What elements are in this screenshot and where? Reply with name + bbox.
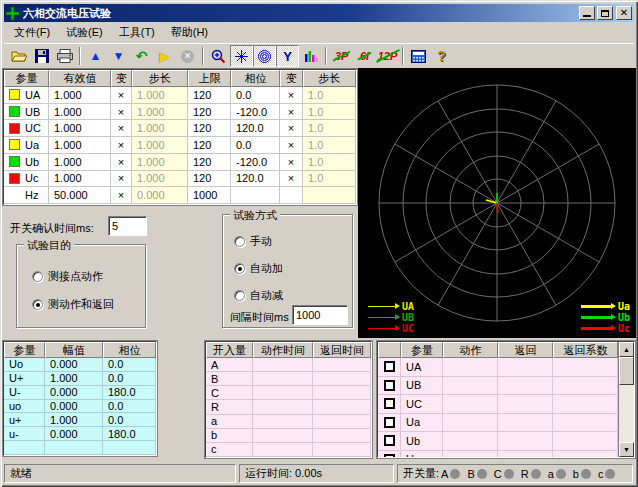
radio-icon[interactable] [234, 290, 245, 301]
limit-cell[interactable]: 120 [188, 154, 231, 171]
seq-amplitude[interactable] [45, 441, 103, 455]
seq-phase[interactable] [103, 441, 156, 455]
vary-cell[interactable]: × [280, 120, 303, 137]
vary-cell[interactable]: × [111, 137, 132, 154]
res-action[interactable] [443, 358, 498, 377]
column-header[interactable]: 返回 [498, 342, 553, 358]
phase-cell[interactable] [231, 187, 280, 204]
res-name[interactable]: Uc [401, 451, 443, 458]
scrollbar-track[interactable] [619, 385, 634, 442]
help-button[interactable]: ? [430, 45, 453, 67]
seq-name[interactable]: U+ [4, 372, 45, 386]
din-name[interactable]: c [206, 443, 253, 457]
mode-3p-button[interactable]: 3P [330, 45, 353, 67]
step-cell[interactable]: 1.0 [303, 87, 356, 104]
seq-phase[interactable]: 180.0 [103, 427, 156, 441]
column-header[interactable]: 有效值 [49, 70, 111, 87]
column-header[interactable]: 动作 [443, 342, 498, 358]
din-name[interactable]: a [206, 415, 253, 429]
seq-name[interactable]: uo [4, 400, 45, 414]
res-name[interactable]: Ua [401, 414, 443, 433]
value-cell[interactable]: 50.000 [49, 187, 111, 204]
vary-cell[interactable]: × [111, 154, 132, 171]
res-name[interactable]: UB [401, 377, 443, 396]
param-name-cell[interactable]: UA [4, 87, 49, 104]
din-name[interactable]: C [206, 386, 253, 400]
limit-cell[interactable]: 120 [188, 104, 231, 121]
lower-button[interactable]: ▼ [107, 45, 130, 67]
stop-button[interactable]: ✕ [176, 45, 199, 67]
column-header[interactable]: 步长 [303, 70, 356, 87]
phasor-view-button[interactable] [230, 45, 253, 67]
step-cell[interactable]: 1.000 [132, 154, 188, 171]
print-button[interactable] [53, 45, 76, 67]
scroll-up-icon[interactable]: ▲ [619, 342, 634, 357]
value-cell[interactable]: 1.000 [49, 120, 111, 137]
step-cell[interactable]: 1.0 [303, 137, 356, 154]
menu-help[interactable]: 帮助(H) [163, 23, 216, 42]
seq-amplitude[interactable]: 0.000 [45, 427, 103, 441]
step-cell[interactable]: 1.0 [303, 171, 356, 188]
select-cell[interactable] [378, 395, 401, 414]
res-return-coef[interactable] [553, 395, 618, 414]
din-action-time[interactable] [253, 443, 313, 457]
din-action-time[interactable] [253, 358, 313, 372]
radio-manual[interactable]: 手动 [234, 234, 272, 249]
radio-auto-increase[interactable]: 自动加 [234, 261, 283, 276]
seq-name[interactable]: u- [4, 427, 45, 441]
seq-phase[interactable]: 0.0 [103, 413, 156, 427]
vary-cell[interactable]: × [280, 137, 303, 154]
res-action[interactable] [443, 395, 498, 414]
checkbox-icon[interactable] [384, 454, 395, 457]
step-cell[interactable]: 1.000 [132, 137, 188, 154]
vertical-scrollbar[interactable]: ▲ ▼ [618, 342, 634, 457]
din-action-time[interactable] [253, 372, 313, 386]
res-return[interactable] [498, 395, 553, 414]
step-cell[interactable] [303, 187, 356, 204]
step-cell[interactable]: 1.0 [303, 104, 356, 121]
close-button[interactable]: ✕ [616, 6, 632, 20]
param-name-cell[interactable]: UB [4, 104, 49, 121]
res-return-coef[interactable] [553, 451, 618, 458]
column-header[interactable]: 变 [280, 70, 303, 87]
seq-phase[interactable]: 0.0 [103, 372, 156, 386]
scroll-down-icon[interactable]: ▼ [619, 442, 634, 457]
phase-cell[interactable]: 120.0 [231, 120, 280, 137]
column-header[interactable]: 参量 [4, 342, 45, 358]
radio-icon[interactable] [32, 299, 43, 310]
mode-6i-button[interactable]: 6I [353, 45, 376, 67]
column-header[interactable]: 返回时间 [313, 342, 371, 358]
step-cell[interactable]: 1.000 [132, 120, 188, 137]
res-return[interactable] [498, 451, 553, 458]
column-header[interactable] [378, 342, 401, 358]
checkbox-icon[interactable] [384, 417, 395, 428]
radio-auto-decrease[interactable]: 自动减 [234, 288, 283, 303]
din-name[interactable]: b [206, 429, 253, 443]
column-header[interactable]: 返回系数 [553, 342, 618, 358]
res-return-coef[interactable] [553, 432, 618, 451]
seq-amplitude[interactable]: 0.000 [45, 400, 103, 414]
column-header[interactable]: 参量 [4, 70, 49, 87]
vary-cell[interactable]: × [111, 171, 132, 188]
value-cell[interactable]: 1.000 [49, 104, 111, 121]
maximize-button[interactable] [597, 6, 613, 20]
radio-icon[interactable] [32, 271, 43, 282]
res-action[interactable] [443, 414, 498, 433]
phase-cell[interactable]: 120.0 [231, 171, 280, 188]
din-return-time[interactable] [313, 386, 371, 400]
minimize-button[interactable] [579, 6, 595, 20]
value-cell[interactable]: 1.000 [49, 154, 111, 171]
step-cell[interactable]: 1.000 [132, 87, 188, 104]
seq-phase[interactable]: 0.0 [103, 400, 156, 414]
circle-view-button[interactable] [253, 45, 276, 67]
res-action[interactable] [443, 432, 498, 451]
step-cell[interactable]: 1.000 [132, 171, 188, 188]
res-return[interactable] [498, 414, 553, 433]
radio-action-and-return[interactable]: 测动作和返回 [32, 297, 114, 312]
vary-cell[interactable]: × [111, 87, 132, 104]
res-name[interactable]: UC [401, 395, 443, 414]
seq-name[interactable]: u+ [4, 413, 45, 427]
select-cell[interactable] [378, 377, 401, 396]
res-return-coef[interactable] [553, 358, 618, 377]
din-return-time[interactable] [313, 443, 371, 457]
